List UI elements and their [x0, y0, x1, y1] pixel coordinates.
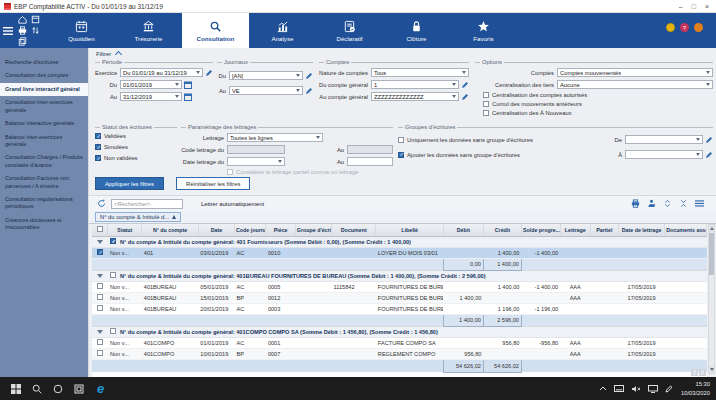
chevron-down-icon[interactable]: [276, 158, 284, 165]
exercice-select[interactable]: Du 01/01/19 au 31/12/19: [120, 68, 203, 77]
compte-du-field[interactable]: 1: [371, 80, 459, 89]
tab-analyse[interactable]: Analyse: [249, 13, 316, 48]
group-checkbox[interactable]: [110, 272, 116, 278]
maximize-button[interactable]: □: [692, 3, 696, 10]
group-checkbox[interactable]: [110, 238, 116, 244]
periode-du-field[interactable]: 01/01/2019: [120, 80, 182, 89]
validees-checkbox[interactable]: [95, 133, 101, 139]
centralisation-autorises-checkbox[interactable]: [483, 92, 489, 98]
pen-icon[interactable]: [665, 385, 673, 393]
periode-au-field[interactable]: 31/12/2019: [120, 92, 182, 101]
start-button[interactable]: [11, 384, 21, 394]
close-button[interactable]: ×: [705, 3, 709, 10]
row-checkbox[interactable]: [97, 294, 103, 300]
column-header[interactable]: Libellé: [376, 224, 444, 236]
print-icon[interactable]: [18, 26, 27, 35]
lettrer-automatiquement-link[interactable]: Lettrer automatiquement: [201, 201, 264, 207]
groupes-a-field[interactable]: [625, 150, 703, 159]
search-input[interactable]: [111, 199, 183, 209]
column-header[interactable]: Crédit: [483, 224, 521, 236]
pencil-icon[interactable]: [705, 136, 713, 144]
apply-filters-button[interactable]: Appliquer les filtres: [95, 177, 164, 190]
calendar-icon[interactable]: [184, 81, 192, 89]
sidebar-item[interactable]: Grand livre interactif général: [0, 83, 88, 96]
sidebar-item[interactable]: Balance inter-exercices générale: [0, 131, 88, 152]
centralisation-nouveaux-checkbox[interactable]: [483, 110, 489, 116]
volume-muted-icon[interactable]: [631, 385, 641, 393]
options-comptes-select[interactable]: Comptes mouvementés: [557, 68, 713, 77]
chevron-down-icon[interactable]: [173, 93, 181, 100]
chevron-down-icon[interactable]: [194, 69, 202, 76]
row-checkbox[interactable]: [97, 339, 103, 345]
sidebar-item[interactable]: Recherche d'écritures: [0, 56, 88, 69]
non-validees-checkbox[interactable]: [95, 155, 101, 161]
column-header[interactable]: Statut: [108, 224, 142, 236]
minimize-button[interactable]: –: [679, 3, 683, 10]
lettrage-select[interactable]: Toutes les lignes: [227, 133, 323, 142]
uniquement-sans-groupe-checkbox[interactable]: [398, 137, 404, 143]
simulees-checkbox[interactable]: [95, 144, 101, 150]
pencil-icon[interactable]: [461, 93, 469, 101]
info-icon[interactable]: [694, 23, 703, 32]
collapse-all-icon[interactable]: [679, 199, 688, 208]
scroll-down-icon[interactable]: [709, 366, 714, 373]
collapse-group-icon[interactable]: [97, 330, 103, 334]
tab-consultation[interactable]: Consultation: [182, 13, 249, 48]
groupes-de-field[interactable]: [625, 135, 703, 144]
ledger-row[interactable]: Non v...40103/01/2019AC0010LOYER DU MOIS…: [92, 247, 707, 258]
chevron-down-icon[interactable]: [294, 87, 302, 94]
vertical-scrollbar[interactable]: [708, 224, 715, 374]
group-header-row[interactable]: N° du compte & Intitulé du compte généra…: [92, 326, 707, 337]
checkbox-icon[interactable]: [97, 226, 103, 232]
date-lettrage-du-field[interactable]: [227, 157, 285, 166]
pencil-icon[interactable]: [305, 72, 313, 80]
refresh-icon[interactable]: [97, 199, 106, 208]
scroll-up-icon[interactable]: [709, 225, 714, 232]
column-header[interactable]: Code journal: [235, 224, 266, 236]
expand-all-icon[interactable]: [663, 199, 672, 208]
scroll-right-icon[interactable]: [699, 369, 706, 376]
column-header[interactable]: Pièce: [266, 224, 295, 236]
ledger-row[interactable]: Non v...401COMPO10/01/2019BP0007REGLEMEN…: [92, 348, 707, 359]
chevron-down-icon[interactable]: [314, 134, 322, 141]
pencil-icon[interactable]: [461, 81, 469, 89]
sidebar-item[interactable]: Consultation inter-exercices générale: [0, 96, 88, 117]
chevron-down-icon[interactable]: [450, 93, 458, 100]
group-checkbox[interactable]: [110, 328, 116, 334]
chevron-down-icon[interactable]: [173, 81, 181, 88]
window-icon[interactable]: [31, 15, 40, 24]
centralisation-select[interactable]: Aucune: [557, 80, 713, 89]
nature-select[interactable]: Tous: [371, 68, 469, 77]
column-header[interactable]: Solde progre...: [521, 224, 560, 236]
sort-icon[interactable]: [31, 26, 40, 35]
tab-quotidien[interactable]: Quotidien: [48, 13, 115, 48]
network-icon[interactable]: [648, 385, 658, 393]
tab-favoris[interactable]: Favoris: [450, 13, 517, 48]
ledger-row[interactable]: Non v...401BUREAU05/01/2019AC00051115842…: [92, 281, 707, 292]
export-icon[interactable]: [647, 199, 656, 208]
tab-trsorerie[interactable]: Trésorerie: [115, 13, 182, 48]
task-view-icon[interactable]: [74, 384, 84, 394]
group-header-row[interactable]: N° du compte & Intitulé du compte généra…: [92, 236, 707, 247]
collapse-group-icon[interactable]: [97, 240, 103, 244]
chevron-down-icon[interactable]: [294, 72, 302, 79]
collapse-group-icon[interactable]: [97, 274, 103, 278]
pencil-icon[interactable]: [705, 151, 713, 159]
column-header[interactable]: Documents associés: [665, 224, 707, 236]
column-header[interactable]: Document: [332, 224, 376, 236]
row-checkbox[interactable]: [97, 350, 103, 356]
row-checkbox[interactable]: [97, 305, 103, 311]
reset-filters-button[interactable]: Réinitialiser les filtres: [176, 177, 250, 190]
chevron-down-icon[interactable]: [460, 69, 468, 76]
row-checkbox[interactable]: [97, 283, 103, 289]
chevron-down-icon[interactable]: [694, 151, 702, 158]
chevron-down-icon[interactable]: [694, 136, 702, 143]
menu-icon[interactable]: [3, 27, 13, 35]
journaux-du-field[interactable]: [AN]: [229, 71, 303, 80]
sidebar-item[interactable]: Consultation Factures non parvenues / A …: [0, 172, 88, 193]
cumul-anterieurs-checkbox[interactable]: [483, 101, 489, 107]
compte-au-field[interactable]: ZZZZZZZZZZZZZZ: [371, 92, 459, 101]
scrollbar-thumb[interactable]: [709, 233, 714, 275]
group-header-row[interactable]: N° du compte & Intitulé du compte généra…: [92, 270, 707, 281]
keyboard-icon[interactable]: [614, 385, 624, 392]
